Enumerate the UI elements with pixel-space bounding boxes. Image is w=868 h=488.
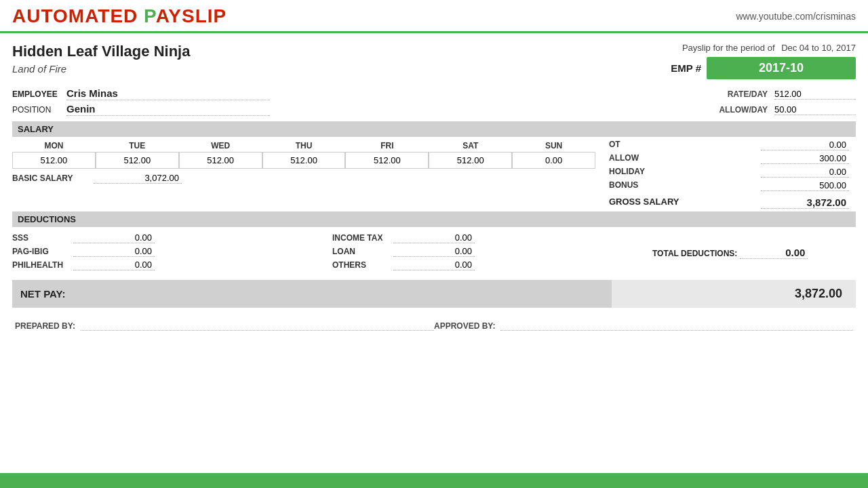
ded-mid: INCOME TAX 0.00 LOAN 0.00 OTHERS 0.00 [332, 232, 652, 273]
main-content: Hidden Leaf Village Ninja Land of Fire P… [0, 33, 868, 331]
prepared-by-label: PREPARED BY: [15, 321, 75, 331]
others-value: 0.00 [393, 260, 475, 270]
allow-value: 50.00 [774, 104, 856, 115]
fri-header: FRI [345, 141, 429, 150]
pagibig-value: 0.00 [73, 246, 155, 257]
payslip-info: Payslip for the period of Dec 04 to 10, … [671, 43, 856, 79]
wed-value: 512.00 [179, 152, 262, 169]
deductions-body: SSS 0.00 PAG-IBIG 0.00 PHILHEALTH 0.00 I… [12, 230, 856, 276]
deductions-header: DEDUCTIONS [12, 211, 856, 227]
fri-value: 512.00 [345, 152, 429, 169]
salary-grid-left: MON TUE WED THU FRI SAT SUN 512.00 512.0… [12, 140, 595, 209]
philhealth-row: PHILHEALTH 0.00 [12, 260, 332, 270]
position-label: POSITION [12, 105, 66, 115]
total-ded-value: 0.00 [740, 247, 808, 259]
wed-header: WED [179, 141, 262, 150]
sat-value: 512.00 [429, 152, 512, 169]
allow-label: ALLOW/DAY [719, 105, 768, 115]
income-tax-value: 0.00 [393, 232, 475, 243]
holiday-value: 0.00 [761, 167, 849, 178]
basic-salary-row: BASIC SALARY 3,072.00 [12, 173, 595, 184]
ot-value: 0.00 [761, 140, 849, 150]
basic-salary-label: BASIC SALARY [12, 174, 94, 183]
ot-label: OT [609, 140, 663, 150]
company-subtitle: Land of Fire [12, 63, 190, 75]
title-text: AUTOMATED [12, 5, 144, 26]
mon-value: 512.00 [12, 152, 96, 169]
others-label: OTHERS [332, 260, 393, 270]
income-tax-label: INCOME TAX [332, 233, 393, 243]
pagibig-label: PAG-IBIG [12, 247, 73, 256]
bonus-label: BONUS [609, 180, 663, 191]
bonus-row: BONUS 500.00 [609, 180, 856, 191]
extras-list: OT 0.00 ALLOW 300.00 HOLIDAY 0.00 BONUS … [609, 140, 856, 209]
approved-by-label: APPROVED BY: [434, 321, 495, 331]
app-title: AUTOMATED PAYSLIP [12, 5, 226, 27]
thu-value: 512.00 [262, 152, 346, 169]
sss-label: SSS [12, 233, 73, 243]
loan-value: 0.00 [393, 246, 475, 257]
company-name: Hidden Leaf Village Ninja [12, 43, 190, 60]
employee-name-row: EMPLOYEE Cris Minas [12, 87, 721, 100]
company-section: Hidden Leaf Village Ninja Land of Fire P… [12, 43, 856, 79]
period-line: Payslip for the period of Dec 04 to 10, … [671, 43, 856, 53]
title-p: P [144, 5, 156, 26]
net-pay-value: 3,872.00 [612, 280, 856, 308]
philhealth-value: 0.00 [73, 260, 155, 270]
mon-header: MON [12, 141, 96, 150]
salary-section: SALARY MON TUE WED THU FRI SAT SUN 512.0… [12, 121, 856, 209]
salary-grid: MON TUE WED THU FRI SAT SUN 512.00 512.0… [12, 140, 856, 209]
loan-row: LOAN 0.00 [332, 246, 652, 257]
employee-name: Cris Minas [66, 87, 270, 100]
holiday-row: HOLIDAY 0.00 [609, 167, 856, 178]
holiday-label: HOLIDAY [609, 167, 663, 178]
header-bar: AUTOMATED PAYSLIP www.youtube.com/crismi… [0, 0, 868, 33]
allow-row: ALLOW 300.00 [609, 153, 856, 164]
rate-value: 512.00 [774, 89, 856, 100]
rate-label: RATE/DAY [728, 89, 768, 99]
approved-by-block: APPROVED BY: [434, 320, 853, 331]
ot-row: OT 0.00 [609, 140, 856, 150]
allow-label: ALLOW [609, 153, 663, 164]
others-row: OTHERS 0.00 [332, 260, 652, 270]
position-row: POSITION Genin ALLOW/DAY 50.00 [12, 103, 856, 117]
bonus-value: 500.00 [761, 180, 849, 191]
day-headers: MON TUE WED THU FRI SAT SUN [12, 140, 595, 152]
footer-bar [0, 473, 868, 488]
period-value: Dec 04 to 10, 2017 [781, 43, 856, 53]
sat-header: SAT [429, 141, 512, 150]
position-info-row: POSITION Genin [12, 103, 712, 116]
sss-row: SSS 0.00 [12, 232, 332, 243]
ded-right: TOTAL DEDUCTIONS: 0.00 [652, 232, 856, 273]
tue-header: TUE [96, 141, 179, 150]
sun-value: 0.00 [512, 152, 595, 169]
title-ayslip: AYSLIP [156, 5, 227, 26]
rate-area: RATE/DAY 512.00 [728, 89, 856, 100]
basic-salary-value: 3,072.00 [94, 173, 182, 184]
gross-row: GROSS SALARY 3,872.00 [609, 197, 856, 209]
allow-value: 300.00 [761, 153, 849, 164]
prepared-by-block: PREPARED BY: [15, 320, 434, 331]
pagibig-row: PAG-IBIG 0.00 [12, 246, 332, 257]
allow-day-row: ALLOW/DAY 50.00 [719, 104, 856, 115]
gross-label: GROSS SALARY [609, 197, 679, 209]
employee-info-section: EMPLOYEE Cris Minas RATE/DAY 512.00 POSI… [12, 87, 856, 117]
net-pay-label: NET PAY: [12, 281, 612, 306]
signatures-section: PREPARED BY: APPROVED BY: [12, 320, 856, 331]
emp-row: EMP # 2017-10 [671, 57, 856, 79]
loan-label: LOAN [332, 247, 393, 256]
period-label: Payslip for the period of [682, 43, 775, 53]
gross-value: 3,872.00 [761, 197, 849, 209]
deductions-section: DEDUCTIONS SSS 0.00 PAG-IBIG 0.00 PHILHE… [12, 211, 856, 276]
position-value: Genin [66, 103, 270, 116]
net-pay-section: NET PAY: 3,872.00 [12, 280, 856, 308]
salary-header: SALARY [12, 121, 856, 137]
tue-value: 512.00 [96, 152, 179, 169]
income-tax-row: INCOME TAX 0.00 [332, 232, 652, 243]
approved-by-line [500, 320, 853, 331]
rate-day-row: RATE/DAY 512.00 [728, 89, 856, 100]
company-info: Hidden Leaf Village Ninja Land of Fire [12, 43, 190, 75]
total-ded-label: TOTAL DEDUCTIONS: [652, 249, 737, 258]
total-deductions-row: TOTAL DEDUCTIONS: 0.00 [652, 247, 856, 259]
thu-header: THU [262, 141, 346, 150]
